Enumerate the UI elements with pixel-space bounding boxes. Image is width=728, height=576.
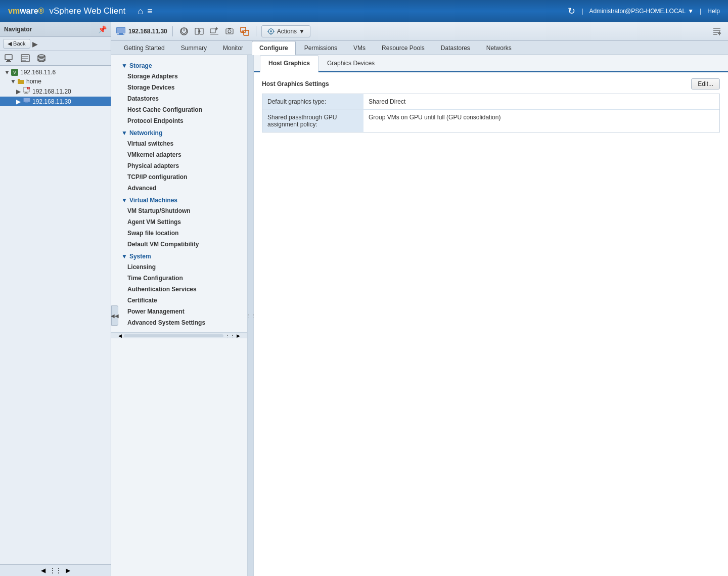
- nav-item-tcpip[interactable]: TCP/IP configuration: [119, 171, 247, 183]
- tab-summary[interactable]: Summary: [173, 41, 214, 55]
- nav-section-virtual-machines[interactable]: ▼ Virtual Machines: [119, 194, 247, 205]
- help-link[interactable]: Help: [707, 8, 720, 15]
- storage-arrow: ▼: [121, 62, 127, 69]
- svg-rect-34: [244, 30, 249, 35]
- nav-item-vm-compat[interactable]: Default VM Compatibility: [119, 239, 247, 250]
- tab-permissions[interactable]: Permissions: [297, 41, 345, 55]
- nav-item-label: 192.168.11.6: [20, 69, 56, 76]
- back-button[interactable]: ◀ Back: [3, 39, 30, 49]
- nav-tree-item-ip20[interactable]: ▶ ! 192.168.11.20: [0, 86, 111, 97]
- drag-handle[interactable]: ⋮⋮: [248, 55, 254, 576]
- topbar-separator-1: |: [581, 8, 583, 15]
- nav-item-licensing[interactable]: Licensing: [119, 261, 247, 273]
- nav-item-protocol-endpoints[interactable]: Protocol Endpoints: [119, 115, 247, 126]
- inner-tab-host-graphics[interactable]: Host Graphics: [260, 55, 318, 72]
- nav-scroll-handle[interactable]: ⋮⋮: [50, 567, 62, 574]
- svg-rect-21: [117, 34, 124, 35]
- nav-item-power-mgmt[interactable]: Power Management: [119, 306, 247, 317]
- svg-rect-16: [24, 98, 30, 102]
- brand-logo: vmware® vSphere Web Client: [8, 6, 125, 16]
- tab-configure[interactable]: Configure: [252, 41, 296, 55]
- nav-item-virtual-switches[interactable]: Virtual switches: [119, 138, 247, 149]
- svg-rect-29: [210, 34, 218, 35]
- nav-item-label: 192.168.11.20: [32, 88, 71, 95]
- nav-scroll-right[interactable]: ▶: [66, 567, 70, 574]
- toolbar-sep-1: [172, 26, 173, 36]
- left-nav-collapse-btn[interactable]: ◀◀: [111, 305, 118, 326]
- vm-logo-text: vmware®: [8, 7, 44, 16]
- arrow-icon: ▶: [16, 88, 22, 95]
- settings-label-0: Default graphics type:: [262, 94, 363, 109]
- menu-icon[interactable]: ≡: [147, 6, 153, 17]
- toolbar-view-options[interactable]: [711, 25, 723, 37]
- nav-item-advanced-system[interactable]: Advanced System Settings: [119, 317, 247, 328]
- toolbar-action-4[interactable]: [223, 25, 236, 37]
- user-menu[interactable]: Administrator@PSG-HOME.LOCAL ▼: [589, 8, 694, 15]
- arrow-icon: ▼: [10, 78, 16, 85]
- nav-item-storage-devices[interactable]: Storage Devices: [119, 82, 247, 93]
- nav-item-certificate[interactable]: Certificate: [119, 295, 247, 306]
- gear-svg: [267, 27, 275, 35]
- toolbar-action-1[interactable]: [178, 25, 190, 37]
- tab-networks[interactable]: Networks: [479, 41, 519, 55]
- left-nav-bottom-scroll: ◀ ⋮⋮ ▶: [111, 332, 247, 338]
- settings-value-0: Shared Direct: [363, 94, 719, 109]
- nav-tree-item-ip30[interactable]: ▶ 192.168.11.30: [0, 97, 111, 106]
- system-arrow: ▼: [121, 253, 127, 260]
- vm-svg: !: [23, 87, 30, 94]
- nav-item-time-config[interactable]: Time Configuration: [119, 273, 247, 284]
- inner-tab-graphics-devices[interactable]: Graphics Devices: [318, 55, 383, 71]
- nav-section-system[interactable]: ▼ System: [119, 250, 247, 261]
- tab-vms[interactable]: VMs: [346, 41, 373, 55]
- nav-icon-vm[interactable]: [4, 53, 14, 63]
- vm-folder-icon: V: [11, 69, 18, 76]
- refresh-icon[interactable]: ↻: [568, 6, 575, 17]
- tab-datastores[interactable]: Datastores: [433, 41, 478, 55]
- nav-item-datastores[interactable]: Datastores: [119, 93, 247, 104]
- nav-icon-list[interactable]: [20, 53, 30, 63]
- svg-rect-8: [38, 56, 45, 60]
- nav-item-vm-startup[interactable]: VM Startup/Shutdown: [119, 205, 247, 216]
- topbar-right: ↻ | Administrator@PSG-HOME.LOCAL ▼ | Hel…: [568, 6, 720, 17]
- columns-icon: [712, 27, 721, 36]
- nav-item-swap-file[interactable]: Swap file location: [119, 228, 247, 239]
- pin-icon[interactable]: 📌: [98, 25, 107, 33]
- tab-resource-pools[interactable]: Resource Pools: [374, 41, 432, 55]
- vm-error-icon: !: [23, 87, 30, 96]
- nav-tree-item-root[interactable]: ▼ V 192.168.11.6: [0, 68, 111, 77]
- nav-scroll-left[interactable]: ◀: [41, 567, 46, 574]
- nav-tree-item-home[interactable]: ▼ home: [0, 77, 111, 86]
- nav-item-networking-advanced[interactable]: Advanced: [119, 183, 247, 194]
- settings-row-0: Default graphics type: Shared Direct: [262, 94, 719, 110]
- settings-table: Default graphics type: Shared Direct Sha…: [262, 94, 720, 132]
- toolbar-action-3[interactable]: [208, 25, 220, 37]
- nav-item-storage-adapters[interactable]: Storage Adapters: [119, 71, 247, 82]
- nav-item-agent-vm[interactable]: Agent VM Settings: [119, 216, 247, 228]
- clone-icon: [240, 27, 249, 36]
- left-nav-scroll-track[interactable]: [124, 334, 223, 337]
- nav-item-host-cache[interactable]: Host Cache Configuration: [119, 104, 247, 115]
- svg-rect-17: [25, 102, 28, 103]
- toolbar-action-5[interactable]: [239, 25, 251, 37]
- svg-rect-26: [210, 29, 215, 33]
- nav-icon-storage[interactable]: [36, 53, 47, 63]
- nav-section-storage[interactable]: ▼ Storage: [119, 59, 247, 71]
- svg-rect-2: [6, 61, 11, 62]
- toolbar-action-2[interactable]: [193, 25, 205, 37]
- forward-button[interactable]: ▶: [32, 40, 38, 48]
- actions-button[interactable]: Actions ▼: [261, 25, 310, 37]
- tab-monitor[interactable]: Monitor: [215, 41, 251, 55]
- content-area: 192.168.11.30: [111, 22, 728, 576]
- svg-rect-24: [195, 28, 199, 34]
- nav-section-networking[interactable]: ▼ Networking: [119, 126, 247, 138]
- left-nav-scroll-right[interactable]: ▶: [237, 333, 240, 338]
- nav-item-vmkernel-adapters[interactable]: VMkernel adapters: [119, 149, 247, 160]
- computer-icon: [5, 54, 14, 63]
- home-icon[interactable]: ⌂: [138, 6, 143, 17]
- nav-item-auth-services[interactable]: Authentication Services: [119, 284, 247, 295]
- left-nav-scroll-left[interactable]: ◀: [118, 333, 122, 338]
- edit-button[interactable]: Edit...: [691, 78, 720, 90]
- svg-point-31: [228, 30, 231, 33]
- tab-getting-started[interactable]: Getting Started: [116, 41, 172, 55]
- nav-item-physical-adapters[interactable]: Physical adapters: [119, 160, 247, 171]
